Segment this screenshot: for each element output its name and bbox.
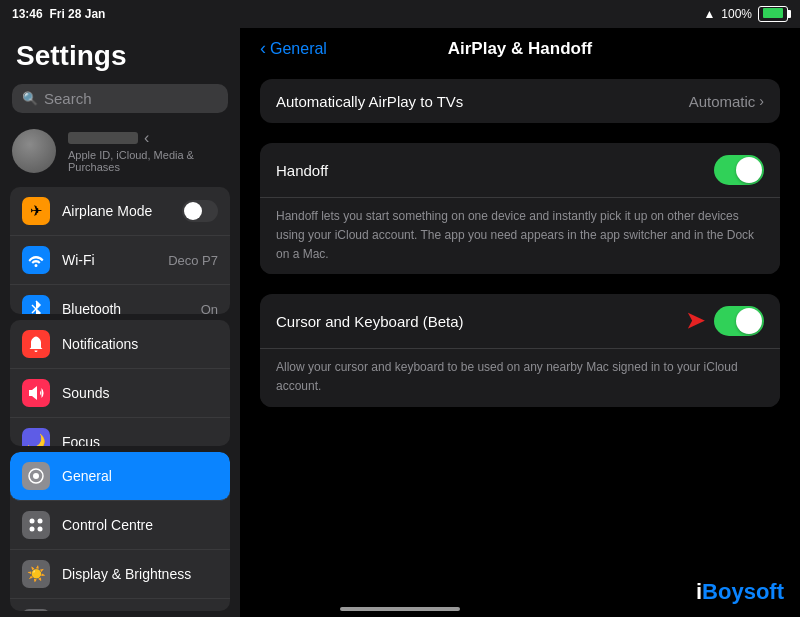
back-chevron-icon: ‹ (260, 38, 266, 59)
status-time: 13:46 Fri 28 Jan (12, 7, 105, 21)
avatar (12, 129, 56, 173)
svg-point-4 (30, 519, 35, 524)
sidebar-item-display-brightness[interactable]: ☀️ Display & Brightness (10, 550, 230, 599)
status-indicators: ▲ 100% (703, 6, 788, 22)
handoff-toggle[interactable] (714, 155, 764, 185)
sidebar-item-sounds[interactable]: Sounds (10, 369, 230, 418)
svg-line-1 (32, 309, 36, 313)
wifi-value: Deco P7 (168, 253, 218, 268)
cursor-keyboard-row[interactable]: Cursor and Keyboard (Beta) ➤ (260, 294, 780, 349)
main-body: Automatically AirPlay to TVs Automatic ›… (240, 69, 800, 617)
bluetooth-value: On (201, 302, 218, 314)
profile-name: ‹ (68, 129, 228, 147)
network-group: ✈ Airplane Mode Wi-Fi Deco P7 (10, 187, 230, 314)
notifications-icon (22, 330, 50, 358)
watermark-suffix: Boysoft (702, 579, 784, 604)
handoff-desc-text: Handoff lets you start something on one … (276, 209, 754, 261)
control-centre-icon (22, 511, 50, 539)
control-centre-label: Control Centre (62, 517, 218, 533)
back-label: General (270, 40, 327, 58)
handoff-label: Handoff (276, 162, 714, 179)
handoff-row[interactable]: Handoff (260, 143, 780, 198)
handoff-group: Handoff Handoff lets you start something… (260, 143, 780, 274)
sidebar-item-control-centre[interactable]: Control Centre (10, 501, 230, 550)
red-arrow-icon: ➤ (686, 308, 704, 334)
battery-label: 100% (721, 7, 752, 21)
profile-sub: Apple ID, iCloud, Media & Purchases (68, 149, 228, 173)
airplay-label: Automatically AirPlay to TVs (276, 93, 689, 110)
handoff-description: Handoff lets you start something on one … (260, 198, 780, 274)
search-placeholder: Search (44, 90, 92, 107)
svg-point-6 (30, 527, 35, 532)
svg-point-5 (38, 519, 43, 524)
search-bar[interactable]: 🔍 Search (12, 84, 228, 113)
display-label: Display & Brightness (62, 566, 218, 582)
airplane-icon: ✈ (22, 197, 50, 225)
cursor-keyboard-desc-text: Allow your cursor and keyboard to be use… (276, 360, 738, 393)
sidebar-item-bluetooth[interactable]: Bluetooth On (10, 285, 230, 314)
wifi-label: Wi-Fi (62, 252, 156, 268)
main-header: ‹ General AirPlay & Handoff (240, 28, 800, 69)
profile-info: ‹ Apple ID, iCloud, Media & Purchases (68, 129, 228, 173)
bluetooth-icon (22, 295, 50, 314)
sidebar-item-focus[interactable]: 🌙 Focus (10, 418, 230, 447)
focus-label: Focus (62, 434, 218, 447)
home-screen-icon (22, 609, 50, 611)
wifi-settings-icon (22, 246, 50, 274)
display-icon: ☀️ (22, 560, 50, 588)
focus-icon: 🌙 (22, 428, 50, 447)
cursor-keyboard-group: Cursor and Keyboard (Beta) ➤ Allow your … (260, 294, 780, 407)
back-button[interactable]: ‹ General (260, 38, 327, 59)
profile-row[interactable]: ‹ Apple ID, iCloud, Media & Purchases (0, 121, 240, 181)
page-title: AirPlay & Handoff (448, 39, 593, 59)
sounds-label: Sounds (62, 385, 218, 401)
airplay-row[interactable]: Automatically AirPlay to TVs Automatic › (260, 79, 780, 123)
sidebar: Settings 🔍 Search ‹ Apple ID, iCloud, Me… (0, 0, 240, 617)
general-icon (22, 462, 50, 490)
sidebar-title: Settings (0, 28, 240, 80)
sidebar-item-general[interactable]: General (10, 452, 230, 501)
cursor-keyboard-description: Allow your cursor and keyboard to be use… (260, 349, 780, 407)
battery-icon (758, 6, 788, 22)
watermark: iBoysoft (696, 579, 784, 605)
main-content: ‹ General AirPlay & Handoff Automaticall… (240, 0, 800, 617)
airplay-chevron-icon: › (759, 93, 764, 109)
sidebar-item-wifi[interactable]: Wi-Fi Deco P7 (10, 236, 230, 285)
status-bar: 13:46 Fri 28 Jan ▲ 100% (0, 0, 800, 28)
general-group: General Control Centre ☀️ Display & Brig… (10, 452, 230, 611)
airplay-group: Automatically AirPlay to TVs Automatic › (260, 79, 780, 123)
wifi-icon: ▲ (703, 7, 715, 21)
svg-point-3 (33, 473, 39, 479)
notifications-label: Notifications (62, 336, 218, 352)
cursor-keyboard-toggle[interactable] (714, 306, 764, 336)
airplane-toggle[interactable] (182, 200, 218, 222)
airplay-value: Automatic › (689, 93, 764, 110)
sidebar-item-home-screen[interactable]: Home Screen & Dock (10, 599, 230, 611)
bluetooth-label: Bluetooth (62, 301, 189, 314)
cursor-keyboard-label: Cursor and Keyboard (Beta) (276, 313, 686, 330)
sidebar-item-airplane-mode[interactable]: ✈ Airplane Mode (10, 187, 230, 236)
sounds-icon (22, 379, 50, 407)
home-indicator (340, 607, 460, 611)
general-label: General (62, 468, 218, 484)
notifications-group: Notifications Sounds 🌙 Focus ⏱ Screen Ti… (10, 320, 230, 447)
search-icon: 🔍 (22, 91, 38, 106)
svg-point-7 (38, 527, 43, 532)
svg-line-0 (32, 305, 36, 309)
airplane-label: Airplane Mode (62, 203, 170, 219)
sidebar-item-notifications[interactable]: Notifications (10, 320, 230, 369)
